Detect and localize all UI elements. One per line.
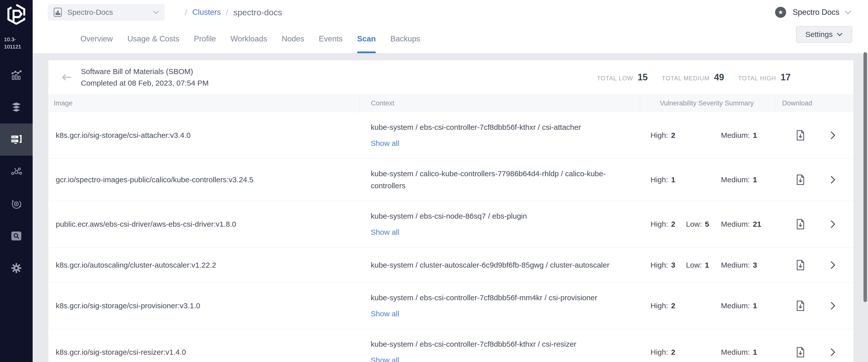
workspaces-network-icon — [10, 166, 23, 178]
palette-logo[interactable] — [0, 0, 33, 25]
tab-backups[interactable]: Backups — [390, 25, 420, 53]
sbom-title: Software Bill of Materials (SBOM) — [81, 66, 209, 77]
sbom-header: Software Bill of Materials (SBOM) Comple… — [48, 60, 854, 94]
severity-summary: High:2 Low:5 Medium:21 — [640, 220, 775, 228]
orbit-icon — [10, 198, 23, 210]
row-expand-chevron[interactable] — [830, 348, 835, 357]
settings-button[interactable]: Settings — [796, 26, 852, 43]
table-row[interactable]: k8s.gcr.io/sig-storage/csi-provisioner:v… — [48, 283, 854, 329]
tab-nodes[interactable]: Nodes — [282, 25, 304, 53]
file-download-icon — [796, 174, 805, 185]
download-sbom-button[interactable] — [796, 174, 805, 185]
high-count: High:2 — [651, 131, 686, 139]
sidebar-item-workspaces[interactable] — [0, 156, 33, 188]
gear-icon — [10, 262, 22, 274]
row-expand-chevron[interactable] — [830, 175, 835, 184]
download-cell — [775, 130, 854, 141]
project-selector[interactable]: Spectro-Docs — [48, 4, 165, 21]
column-header-context: Context — [360, 94, 640, 112]
project-selector-label: Spectro-Docs — [67, 8, 153, 17]
chevron-right-icon — [830, 175, 835, 184]
medium-count: Medium:3 — [721, 261, 775, 269]
sidebar-item-profiles[interactable] — [0, 91, 33, 124]
row-expand-chevron[interactable] — [830, 261, 835, 269]
audit-search-icon — [10, 230, 22, 242]
image-name: public.ecr.aws/ebs-csi-driver/aws-ebs-cs… — [48, 219, 360, 230]
sbom-completed-at: Completed at 08 Feb, 2023, 07:54 PM — [81, 77, 209, 89]
chevron-right-icon — [830, 348, 835, 357]
medium-count: Medium:1 — [721, 175, 775, 184]
table-body: k8s.gcr.io/sig-storage/csi-attacher:v3.4… — [48, 112, 854, 362]
column-header-severity: Vulnerability Severity Summary — [640, 94, 775, 112]
total-low: TOTAL LOW 15 — [597, 72, 648, 83]
download-sbom-button[interactable] — [796, 219, 805, 230]
download-cell — [775, 174, 854, 185]
context-text: kube-system / ebs-csi-controller-7cf8dbb… — [371, 292, 629, 304]
severity-totals: TOTAL LOW 15 TOTAL MEDIUM 49 TOTAL HIGH … — [597, 72, 854, 83]
tab-scan[interactable]: Scan — [357, 25, 376, 53]
breadcrumb-current: spectro-docs — [233, 7, 282, 17]
top-bar: Spectro-Docs / Clusters / spectro-docs ★… — [33, 0, 868, 53]
high-count: High:3 — [651, 261, 686, 269]
tab-overview[interactable]: Overview — [81, 25, 113, 53]
table-row[interactable]: k8s.gcr.io/sig-storage/csi-attacher:v3.4… — [48, 112, 854, 158]
row-expand-chevron[interactable] — [830, 131, 835, 139]
severity-summary: High:2 Medium:1 — [640, 131, 775, 139]
sidebar-item-monitoring[interactable] — [0, 59, 33, 91]
vertical-scrollbar-thumb[interactable] — [864, 52, 867, 302]
image-name: k8s.gcr.io/sig-storage/csi-provisioner:v… — [48, 300, 360, 311]
severity-summary: High:2 Medium:1 — [640, 348, 775, 357]
tab-profile[interactable]: Profile — [194, 25, 216, 53]
tab-usage-costs[interactable]: Usage & Costs — [127, 25, 179, 53]
sidebar-item-orbit[interactable] — [0, 188, 33, 220]
sidebar-item-audit[interactable] — [0, 220, 33, 252]
severity-summary: High:2 Medium:1 — [640, 301, 775, 310]
sidebar-item-clusters[interactable] — [0, 124, 33, 156]
breadcrumb-separator: / — [185, 7, 187, 17]
sidebar-nav — [0, 59, 33, 284]
total-medium-label: TOTAL MEDIUM — [662, 75, 710, 82]
image-name: k8s.gcr.io/sig-storage/csi-resizer:v1.4.… — [48, 347, 360, 358]
chevron-right-icon — [830, 220, 835, 228]
medium-count: Medium:1 — [721, 348, 775, 357]
table-row[interactable]: public.ecr.aws/ebs-csi-driver/aws-ebs-cs… — [48, 201, 854, 247]
table-row[interactable]: gcr.io/spectro-images-public/calico/kube… — [48, 158, 854, 201]
breadcrumb-clusters-link[interactable]: Clusters — [192, 8, 221, 17]
context-cell: kube-system / ebs-csi-node-86sq7 / ebs-p… — [360, 210, 640, 238]
row-expand-chevron[interactable] — [830, 301, 835, 310]
profiles-stack-icon — [10, 101, 23, 113]
back-button[interactable] — [59, 73, 74, 81]
download-sbom-button[interactable] — [796, 130, 805, 141]
table-row[interactable]: k8s.gcr.io/autoscaling/cluster-autoscale… — [48, 247, 854, 283]
chevron-down-icon — [837, 33, 843, 36]
scan-page: Software Bill of Materials (SBOM) Comple… — [33, 53, 868, 362]
show-all-link[interactable]: Show all — [371, 308, 399, 320]
download-sbom-button[interactable] — [796, 347, 805, 358]
download-sbom-button[interactable] — [796, 260, 805, 271]
sidebar-item-settings[interactable] — [0, 252, 33, 284]
tab-events[interactable]: Events — [319, 25, 343, 53]
palette-logo-icon — [7, 4, 26, 25]
file-download-icon — [796, 300, 805, 311]
tab-workloads[interactable]: Workloads — [230, 25, 267, 53]
show-all-link[interactable]: Show all — [371, 226, 399, 238]
high-count: High:2 — [651, 301, 686, 310]
row-expand-chevron[interactable] — [830, 220, 835, 228]
show-all-link[interactable]: Show all — [371, 354, 399, 362]
low-count: Low:5 — [686, 220, 721, 228]
download-sbom-button[interactable] — [796, 300, 805, 311]
user-menu[interactable]: ★ Spectro Docs — [775, 7, 868, 18]
context-cell: kube-system / cluster-autoscaler-6c9d9bf… — [360, 259, 640, 271]
table-row[interactable]: k8s.gcr.io/sig-storage/csi-resizer:v1.4.… — [48, 329, 854, 362]
total-low-label: TOTAL LOW — [597, 75, 633, 82]
download-cell — [775, 260, 854, 271]
breadcrumb: / Clusters / spectro-docs — [180, 7, 282, 17]
project-chart-icon — [53, 7, 62, 17]
context-cell: kube-system / ebs-csi-controller-7cf8dbb… — [360, 338, 640, 362]
total-medium: TOTAL MEDIUM 49 — [662, 72, 724, 83]
show-all-link[interactable]: Show all — [371, 137, 399, 150]
chevron-down-icon — [153, 10, 159, 14]
total-high-value: 17 — [781, 72, 790, 83]
column-header-image: Image — [48, 94, 360, 112]
clusters-server-icon — [10, 134, 23, 145]
